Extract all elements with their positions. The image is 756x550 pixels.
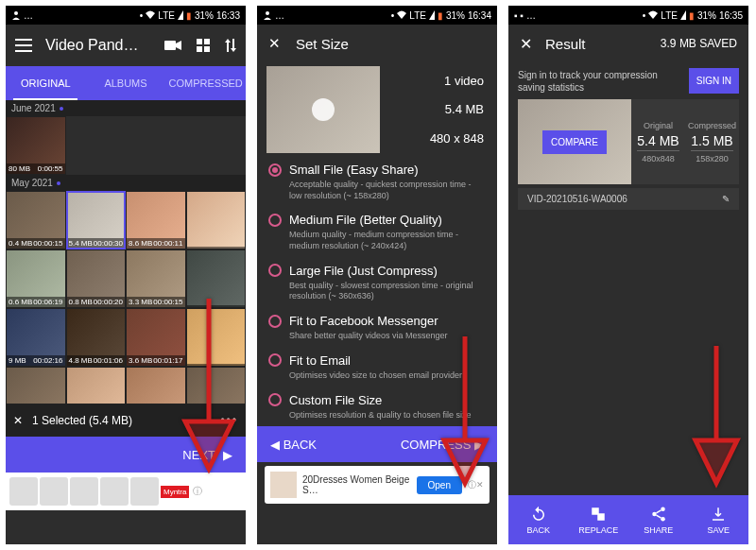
arrow-right-icon: ▶ xyxy=(223,448,232,462)
svg-rect-7 xyxy=(197,46,202,52)
status-bar: … •LTE▮31%16:34 xyxy=(257,6,497,25)
share-icon xyxy=(650,506,667,523)
page-title: Set Size xyxy=(296,36,349,52)
video-thumb[interactable] xyxy=(126,367,186,404)
option-messenger[interactable]: Fit to Facebook Messenger Share better q… xyxy=(257,308,497,348)
battery-icon: ▮ xyxy=(186,10,192,21)
camcorder-icon[interactable] xyxy=(164,39,181,52)
next-button[interactable]: NEXT ▶ xyxy=(6,437,246,473)
svg-rect-1 xyxy=(15,39,32,41)
radio-icon xyxy=(268,353,282,367)
grid-icon[interactable] xyxy=(197,39,210,52)
status-bar: … • LTE ▮ 31% 16:33 xyxy=(6,6,246,25)
close-icon[interactable]: ✕ xyxy=(268,35,281,52)
screen-3-result: ▪ ▪… •LTE▮31%16:35 ✕ Result 3.9 MB SAVED… xyxy=(508,6,748,544)
undo-icon xyxy=(530,506,547,523)
screen-2-set-size: … •LTE▮31%16:34 ✕ Set Size 1 video 5.4 M… xyxy=(257,6,497,544)
video-thumb[interactable] xyxy=(66,367,127,404)
compressed-size: 1.5 MB xyxy=(691,133,732,151)
svg-point-12 xyxy=(661,507,665,511)
ad-banner[interactable]: Myntra ⓘ xyxy=(6,473,246,510)
tab-original[interactable]: ORIGINAL xyxy=(6,66,86,100)
video-thumb[interactable]: 0.8 MB00:00:20 xyxy=(66,249,127,308)
svg-point-9 xyxy=(266,11,269,15)
video-thumb[interactable] xyxy=(6,367,66,404)
svg-rect-11 xyxy=(598,513,606,521)
video-thumb[interactable] xyxy=(186,191,247,249)
compress-button[interactable]: COMPRESS ▶ xyxy=(401,438,484,452)
download-icon xyxy=(710,506,727,523)
hamburger-icon[interactable] xyxy=(15,39,32,52)
bottom-nav: BACK REPLACE SHARE SAVE xyxy=(508,495,748,544)
more-icon[interactable]: ••• xyxy=(220,414,238,427)
signin-row: Sign in to track your compression saving… xyxy=(508,62,748,99)
sort-icon[interactable] xyxy=(225,39,236,52)
ad-open-button[interactable]: Open xyxy=(417,476,462,494)
nav-save[interactable]: SAVE xyxy=(689,495,749,544)
compare-button[interactable]: COMPARE xyxy=(542,130,607,154)
compare-block: COMPARE Original 5.4 MB 480x848 Compress… xyxy=(508,99,748,184)
video-thumb[interactable]: 9 MB00:02:16 xyxy=(6,308,66,367)
edit-icon[interactable]: ✎ xyxy=(722,194,730,204)
radio-icon xyxy=(268,214,282,227)
video-preview[interactable] xyxy=(266,66,380,153)
bottom-action-bar: ◀ BACK COMPRESS ▶ xyxy=(257,426,497,462)
tab-compressed[interactable]: COMPRESSED xyxy=(165,66,246,100)
original-dims: 480x848 xyxy=(642,154,675,163)
radio-icon xyxy=(268,264,282,277)
video-thumb[interactable]: 0.4 MB00:00:15 xyxy=(6,191,66,249)
video-thumb[interactable]: 0.6 MB00:06:19 xyxy=(6,249,66,308)
radio-icon xyxy=(268,315,282,328)
video-thumb[interactable] xyxy=(186,308,247,367)
section-june[interactable]: June 2021 xyxy=(6,100,246,116)
nav-share[interactable]: SHARE xyxy=(628,495,689,544)
video-thumb[interactable]: 4.8 MB00:01:06 xyxy=(66,308,127,367)
signal-icon xyxy=(178,10,183,20)
close-icon[interactable]: ✕ xyxy=(520,35,532,53)
original-size: 5.4 MB xyxy=(637,133,679,151)
svg-rect-4 xyxy=(164,41,176,50)
video-dims: 480 x 848 xyxy=(430,131,484,146)
radio-selected-icon xyxy=(268,163,282,177)
svg-rect-5 xyxy=(197,39,202,44)
signin-message: Sign in to track your compression saving… xyxy=(518,69,681,94)
option-large[interactable]: Large File (Just Compress) Best quality … xyxy=(257,258,497,308)
svg-rect-3 xyxy=(15,50,32,52)
nav-back[interactable]: BACK xyxy=(508,495,569,544)
section-may[interactable]: May 2021 xyxy=(6,175,246,191)
result-header: ✕ Result 3.9 MB SAVED xyxy=(508,25,748,62)
person-icon xyxy=(11,10,21,20)
radio-icon xyxy=(268,393,282,406)
nav-replace[interactable]: REPLACE xyxy=(569,495,629,544)
result-preview[interactable]: COMPARE xyxy=(518,99,631,184)
battery-text: 31% xyxy=(195,10,214,21)
svg-rect-6 xyxy=(204,39,210,44)
option-custom[interactable]: Custom File Size Optimises resolution & … xyxy=(257,387,497,427)
svg-point-0 xyxy=(14,11,18,15)
close-icon[interactable]: ✕ xyxy=(13,414,23,427)
video-thumb[interactable]: 3.6 MB00:01:17 xyxy=(126,308,186,367)
signin-button[interactable]: SIGN IN xyxy=(689,68,739,94)
video-count: 1 video xyxy=(444,74,484,88)
net-label: LTE xyxy=(158,10,175,21)
option-email[interactable]: Fit to Email Optimises video size to cho… xyxy=(257,348,497,387)
top-bar: ✕ Set Size xyxy=(257,25,497,62)
video-thumb-selected[interactable]: 5.4 MB00:00:30 xyxy=(66,191,127,249)
option-small[interactable]: Small File (Easy Share) Acceptable quali… xyxy=(257,157,497,207)
svg-point-13 xyxy=(652,511,657,516)
video-thumb[interactable]: 8.6 MB00:00:11 xyxy=(126,191,186,249)
video-thumb[interactable] xyxy=(186,249,247,308)
option-medium[interactable]: Medium File (Better Quality) Medium qual… xyxy=(257,207,497,257)
compressed-dims: 158x280 xyxy=(696,154,729,163)
video-thumb[interactable] xyxy=(186,367,247,404)
tab-bar: ORIGINAL ALBUMS COMPRESSED xyxy=(6,66,246,100)
video-thumb[interactable]: 3.3 MB00:00:15 xyxy=(126,249,186,308)
video-thumb[interactable]: 80 MB0:00:55 xyxy=(6,116,66,175)
ad-card[interactable]: 20Dresses Women Beige S… Open ⓘ✕ xyxy=(265,466,490,504)
svg-rect-8 xyxy=(204,46,210,52)
saved-amount: 3.9 MB SAVED xyxy=(661,37,737,50)
filename: VID-20210516-WA0006 xyxy=(527,194,627,204)
back-button[interactable]: ◀ BACK xyxy=(270,438,317,452)
tab-albums[interactable]: ALBUMS xyxy=(86,66,166,100)
svg-rect-2 xyxy=(15,44,32,46)
